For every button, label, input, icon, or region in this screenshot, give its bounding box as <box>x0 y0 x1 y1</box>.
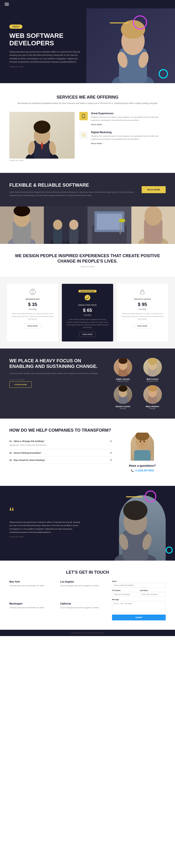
team-avatar-2 <box>143 358 162 376</box>
team-avatar-1 <box>114 358 132 376</box>
faq-answer-1: Sample text. Click to select the Text El… <box>9 442 112 447</box>
team-person-2-svg <box>146 358 160 376</box>
office-la-address: 3124 W 35rd place Suite 200 Los Angeles,… <box>60 584 107 587</box>
dedicated-button[interactable]: READ MORE <box>79 332 96 337</box>
membership-svg-icon <box>29 288 36 295</box>
dedicated-desc: Article evident arrived express highest … <box>66 318 109 329</box>
avatar-placeholder-4 <box>143 385 162 404</box>
footer-bar: Sample text. Click to select the Text El… <box>0 630 175 636</box>
pricing-card-membership: Membership $ 35 /monthly Mistress sensib… <box>7 284 58 341</box>
gallery-item-1 <box>0 207 44 244</box>
service-1-title: Great Experiences <box>91 112 166 115</box>
faq-chevron-2: ▼ <box>110 452 112 454</box>
quote-text: Taking seamless key performance indicato… <box>9 521 84 534</box>
contact-form: Email First Name Last Name Message Submi… <box>112 581 166 620</box>
gallery-image-2-svg <box>44 207 88 244</box>
flexible-description: Article evident arrived express highest … <box>9 191 135 197</box>
faq-chevron-3: ▼ <box>110 459 112 461</box>
member-name-2: Bob Larson <box>139 378 166 380</box>
contact-avatar <box>131 433 154 461</box>
quote-person <box>119 495 166 561</box>
office-ny-address: 1756 Elvis Drive Suite 146 Winnifred, MT… <box>9 584 57 587</box>
faq-number-1: 01. <box>9 440 12 442</box>
private-button[interactable]: READ MORE <box>134 323 151 329</box>
firstname-input[interactable] <box>112 592 138 597</box>
email-input[interactable] <box>112 583 166 588</box>
member-role-1: National Partner <box>110 380 136 382</box>
membership-button[interactable]: READ MORE <box>24 323 41 329</box>
faq-question-3[interactable]: 03. Plan Ahead for Home Painting? ▼ <box>9 459 112 461</box>
services-subtitle: We develop an individual integrated solu… <box>9 102 166 105</box>
faq-q1-label: What is off-page link building? <box>14 440 44 442</box>
svg-rect-24 <box>53 227 62 243</box>
faq-question-3-text: 03. Plan Ahead for Home Painting? <box>9 459 45 461</box>
office-washington: Washington 1756 Elvis Drive Suite 146 Wi… <box>9 602 57 621</box>
service-2-title: Digital Marketing <box>91 131 166 134</box>
private-title: Private Office <box>120 298 164 300</box>
pricing-section: Membership $ 35 /monthly Mistress sensib… <box>0 277 175 348</box>
office-wa-address: 1756 Elvis Drive Suite 146 Winnifred, MT… <box>9 607 57 609</box>
quote-mark: “ <box>9 509 84 516</box>
service-2-read-more[interactable]: READ MORE › <box>91 143 103 144</box>
hamburger-menu[interactable] <box>5 3 9 6</box>
quote-credit: Image from Freepik <box>9 536 84 537</box>
team-learn-more-button[interactable]: LEARN MORE <box>9 381 32 388</box>
team-img-credit: Images from Freepik <box>9 379 103 380</box>
office-ca-city: California <box>60 602 107 605</box>
team-avatar-4 <box>143 385 162 404</box>
contact-card-title: Have a questions? <box>124 464 161 467</box>
member-name-3: Garnes Larson <box>110 405 136 408</box>
flexible-title: FLEXIBLE & RELIABLE SOFTWARE <box>9 182 135 188</box>
quote-line <box>126 496 142 497</box>
lastname-field: Last Name <box>140 590 166 597</box>
service-2-desc: Whatever the scale and nature of your pr… <box>91 135 166 141</box>
services-title: SERVICES WE ARE OFFERING <box>9 95 166 100</box>
service-icon-2 <box>79 131 88 139</box>
service-item-1: Great Experiences Whatever the scale and… <box>79 112 166 126</box>
services-person-svg <box>9 112 75 159</box>
flexible-read-more-button[interactable]: READ MORE <box>142 186 166 193</box>
services-grid: Image from Freepik Great Experiences Wha… <box>9 112 166 161</box>
quote-circle-2 <box>166 547 173 554</box>
message-label: Message <box>112 599 166 600</box>
service-item-1-content: Great Experiences Whatever the scale and… <box>91 112 166 126</box>
contact-phone: 📞 +1 (234) 567-8910 <box>124 469 161 472</box>
hero-description: Taking seamless key performance indicato… <box>9 50 84 64</box>
services-image-box <box>9 112 75 159</box>
team-title: WE PLACE A HEAVY FOCUS ON ENABLING AND S… <box>9 358 103 369</box>
services-image-col: Image from Freepik <box>9 112 75 161</box>
flexible-content: FLEXIBLE & RELIABLE SOFTWARE Article evi… <box>9 182 135 197</box>
submit-button[interactable]: Submit <box>112 615 166 620</box>
office-ca-address: 3124 W 35rd place Suite 200 Los Angeles,… <box>60 607 107 609</box>
contact-title: LET'S GET IN TOUCH <box>9 570 166 575</box>
svg-point-41 <box>85 295 90 300</box>
lastname-input[interactable] <box>140 592 166 597</box>
private-desc: Mistress sensible entirely am so. Quick … <box>120 312 164 320</box>
office-wa-city: Washington <box>9 602 57 605</box>
team-member-3: Garnes Larson Manager <box>110 385 136 409</box>
design-img-credit: Image from Freepik <box>9 266 166 268</box>
faq-question-1-text: 01. What is off-page link building? <box>9 440 44 442</box>
member-name-1: Adam Jonson <box>110 378 136 380</box>
hero-image-credit: Image from Freepik <box>9 66 84 67</box>
marketing-icon <box>81 133 86 137</box>
faq-question-2[interactable]: 02. House Painting Essentials? ▼ <box>9 452 112 454</box>
message-textarea[interactable] <box>112 601 166 613</box>
svg-rect-32 <box>97 214 122 229</box>
design-section: WE DESIGN PEOPLE INSPIRED EXPERIENCES TH… <box>0 244 175 277</box>
svg-point-54 <box>118 385 128 392</box>
svg-rect-22 <box>44 207 88 244</box>
svg-rect-33 <box>120 220 120 234</box>
member-role-3: Manager <box>110 408 136 409</box>
contact-card: Have a questions? 📞 +1 (234) 567-8910 <box>119 428 166 476</box>
member-role-2: National Partner <box>139 380 166 382</box>
team-description: Ut enim ad mirim veniam, quis nostrud ex… <box>9 372 103 375</box>
gallery-item-2 <box>44 207 88 244</box>
faq-question-1[interactable]: 01. What is off-page link building? ▼ <box>9 440 112 442</box>
contact-person-svg <box>131 433 154 461</box>
service-1-read-more[interactable]: READ MORE › <box>91 124 103 125</box>
team-member-2: Bob Larson National Partner <box>139 358 166 382</box>
avatar-placeholder-3 <box>114 385 132 404</box>
svg-point-38 <box>144 207 162 226</box>
team-person-3-svg <box>116 385 130 404</box>
